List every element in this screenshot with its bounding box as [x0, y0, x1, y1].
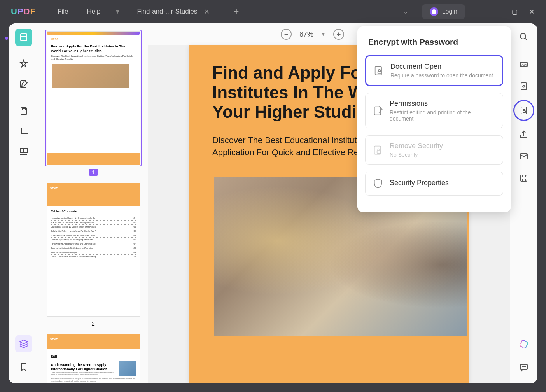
thumbnail-1[interactable]: UPDF Find and Apply For the Best Institu…	[45, 30, 142, 176]
document-tab[interactable]: Find-and-...r-Studies ✕	[125, 5, 221, 19]
svg-point-8	[520, 33, 526, 39]
search-icon[interactable]	[516, 29, 532, 45]
option-subtitle: Restrict editing and printing of the doc…	[390, 109, 496, 122]
convert-icon[interactable]	[516, 78, 532, 94]
ai-icon[interactable]	[516, 336, 532, 352]
edit-tool[interactable]	[15, 76, 32, 93]
save-icon[interactable]	[516, 170, 532, 186]
thumbnails-tool[interactable]	[15, 29, 32, 46]
option-subtitle: Require a password to open the document	[390, 72, 495, 79]
thumbnail-2[interactable]: UPDF Table of Contents Understanding the…	[45, 181, 142, 327]
svg-rect-24	[374, 107, 381, 115]
svg-rect-16	[521, 175, 527, 181]
close-tab-icon[interactable]: ✕	[204, 8, 210, 16]
layers-tool[interactable]	[15, 335, 32, 352]
option-title: Remove Security	[390, 142, 496, 150]
option-remove-security[interactable]: Remove Security No Security	[365, 135, 503, 164]
svg-rect-17	[522, 175, 525, 177]
organize-tool[interactable]	[15, 143, 32, 160]
zoom-out-button[interactable]: −	[281, 29, 292, 40]
document-lock-icon	[373, 65, 384, 76]
menu-file[interactable]: File	[48, 8, 77, 16]
ocr-icon[interactable]: OCR	[516, 56, 532, 73]
close-window-button[interactable]: ✕	[529, 8, 534, 16]
right-sidebar: OCR	[510, 23, 537, 383]
svg-rect-26	[377, 150, 380, 153]
option-title: Permissions	[390, 100, 496, 108]
encrypt-panel: Encrypt with Password Document Open Requ…	[357, 26, 511, 212]
unlock-icon	[373, 145, 383, 156]
login-label: Login	[442, 8, 457, 15]
share-icon[interactable]	[516, 126, 532, 143]
page-tool[interactable]	[15, 103, 32, 120]
option-subtitle: No Security	[390, 152, 496, 158]
svg-rect-19	[520, 364, 527, 369]
crop-tool[interactable]	[15, 123, 32, 140]
svg-rect-12	[521, 83, 527, 90]
option-document-open[interactable]: Document Open Require a password to open…	[365, 55, 503, 86]
thumbnail-1-label: 1	[89, 169, 98, 176]
maximize-button[interactable]: ▢	[512, 8, 518, 16]
app-logo: UPDF	[11, 7, 36, 17]
separator: |	[44, 8, 46, 15]
email-icon[interactable]	[516, 148, 532, 164]
svg-rect-6	[24, 149, 27, 152]
separator: |	[475, 8, 477, 15]
comment-icon[interactable]	[516, 359, 532, 376]
login-button[interactable]: Login	[422, 4, 465, 19]
avatar-icon	[430, 7, 438, 16]
new-tab-button[interactable]: +	[221, 7, 251, 17]
svg-rect-23	[378, 71, 381, 74]
tab-title: Find-and-...r-Studies	[137, 8, 197, 16]
window-dropdown-icon[interactable]: ⌵	[397, 9, 414, 15]
panel-title: Encrypt with Password	[365, 37, 503, 47]
titlebar: UPDF | File Help ▼ Find-and-...r-Studies…	[0, 0, 546, 23]
svg-line-9	[525, 38, 527, 40]
svg-rect-14	[523, 111, 525, 113]
option-title: Security Properties	[390, 179, 496, 187]
svg-rect-5	[20, 149, 23, 152]
bookmark-tool[interactable]	[15, 359, 32, 376]
menu-help[interactable]: Help	[77, 8, 110, 16]
option-title: Document Open	[390, 63, 495, 71]
protect-icon[interactable]	[513, 100, 534, 121]
shield-icon	[373, 178, 383, 189]
left-sidebar	[9, 23, 39, 383]
option-permissions[interactable]: Permissions Restrict editing and printin…	[365, 93, 503, 128]
svg-text:OCR: OCR	[522, 63, 528, 67]
svg-rect-18	[522, 179, 525, 181]
permissions-icon	[373, 105, 383, 116]
zoom-dropdown-icon[interactable]: ▼	[321, 32, 326, 37]
svg-rect-4	[22, 109, 25, 110]
thumbnail-2-label: 2	[45, 320, 142, 327]
minimize-button[interactable]: —	[494, 8, 500, 16]
indicator-dot	[5, 37, 8, 40]
highlight-tool[interactable]	[15, 56, 32, 73]
option-security-properties[interactable]: Security Properties	[365, 172, 503, 196]
thumbnail-3[interactable]: UPDF 01 Understanding the Need to Apply …	[45, 332, 142, 383]
svg-rect-0	[21, 34, 27, 41]
zoom-in-button[interactable]: +	[333, 29, 344, 40]
tab-dropdown-icon[interactable]: ▼	[110, 9, 125, 15]
thumbnails-panel: UPDF Find and Apply For the Best Institu…	[39, 23, 148, 383]
zoom-value: 87%	[299, 30, 313, 38]
